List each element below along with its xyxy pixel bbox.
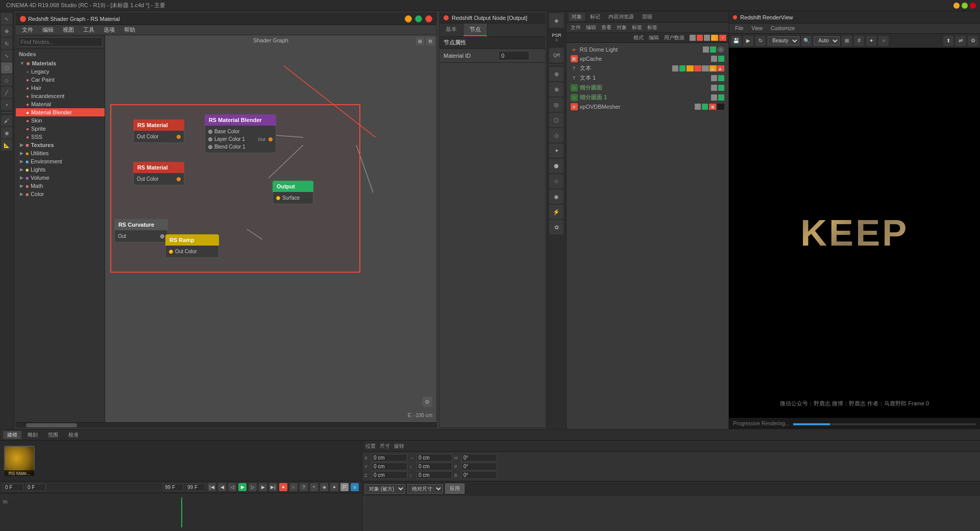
rs-auto-select[interactable]: Auto <box>814 36 840 45</box>
mode-icon-3[interactable] <box>704 35 710 41</box>
play-next-btn[interactable]: ▶ <box>259 483 267 491</box>
node-rs-material-2[interactable]: RS Material Out Color <box>133 162 184 185</box>
xify-vis[interactable] <box>711 85 717 91</box>
tree-material[interactable]: ● Material <box>16 100 105 108</box>
rs-circle-btn[interactable]: ○ <box>878 36 889 46</box>
visibility-btn[interactable] <box>703 46 709 53</box>
node-rs-ramp[interactable]: RS Ramp Out Color <box>165 234 219 258</box>
tool-qr[interactable]: QR <box>549 48 564 62</box>
scene-xp-cache[interactable]: ▣ xpCache <box>569 54 727 63</box>
shader-graph-canvas[interactable]: Shader Graph ⊞ ⚙ <box>105 35 436 422</box>
mode-模式[interactable]: 模式 <box>631 34 646 42</box>
play-start-btn[interactable]: |◀ <box>208 483 216 491</box>
port-blend1-in[interactable] <box>208 145 212 149</box>
rs-play-btn[interactable]: ▶ <box>743 36 753 46</box>
wenben-render[interactable] <box>679 65 685 71</box>
port-out-1[interactable] <box>177 135 181 139</box>
xify1-vis[interactable] <box>711 94 717 101</box>
toolbar-point[interactable]: • <box>1 99 12 110</box>
port-base-in[interactable] <box>208 130 212 134</box>
xpovdb-tag2[interactable] <box>717 104 724 110</box>
toolbar-rotate[interactable]: ↻ <box>1 38 12 49</box>
h-rot-input[interactable] <box>461 454 497 462</box>
xpovdb-render[interactable] <box>702 104 708 110</box>
extra-btn-6[interactable]: P <box>340 483 349 491</box>
extra-btn-3[interactable]: + <box>310 483 318 491</box>
shader-close[interactable] <box>425 15 432 22</box>
rs-render-canvas[interactable]: KEEP 微信公众号：野鹿志 微博：野鹿志 作者：马鹿野郎 Frame 0 <box>729 48 980 418</box>
record-btn[interactable]: ● <box>279 483 287 491</box>
x-pos-input[interactable] <box>372 454 407 462</box>
subtab-标签2[interactable]: 标签 <box>645 23 659 32</box>
subtab-编辑[interactable]: 编辑 <box>584 23 598 32</box>
z-size-input[interactable] <box>416 471 452 479</box>
tab-对象[interactable]: 对象 <box>569 13 585 21</box>
play-prev-btn[interactable]: ◀ <box>218 483 226 491</box>
subtab-查看[interactable]: 查看 <box>599 23 614 32</box>
port-out-blender[interactable] <box>268 137 273 141</box>
toolbar-edge[interactable]: ╱ <box>1 87 12 98</box>
graph-scrollbar[interactable] <box>16 422 436 427</box>
b-rot-input[interactable] <box>461 471 497 479</box>
xify1-render[interactable] <box>718 94 724 101</box>
play-btn[interactable]: ▶ <box>238 483 247 491</box>
timeline-track-area[interactable]: 95 <box>0 493 362 531</box>
port-layer1-in[interactable] <box>208 137 212 141</box>
rs-save-btn[interactable]: 💾 <box>731 36 741 46</box>
y-size-input[interactable] <box>416 463 452 470</box>
extra-btn-2[interactable]: ? <box>300 483 308 491</box>
menu-help[interactable]: 帮助 <box>120 25 139 35</box>
minimize-btn[interactable] <box>953 3 960 9</box>
graph-settings[interactable]: ⚙ <box>426 37 434 45</box>
node-rs-curvature[interactable]: RS Curvature Out <box>114 219 168 243</box>
port-surface[interactable] <box>276 196 280 200</box>
tab-雕刻[interactable]: 雕刻 <box>23 431 42 439</box>
xp-cache-render[interactable] <box>718 56 724 62</box>
tree-skin[interactable]: ● Skin <box>16 116 105 125</box>
scene-rs-dome-light[interactable]: ◈ RS Dome Light ○ <box>569 45 727 54</box>
end-frame-input[interactable] <box>163 484 183 491</box>
rs-settings-btn[interactable]: ⚙ <box>968 36 978 46</box>
scene-xifenyuanmian-1[interactable]: ○ 细分圆面 1 <box>569 92 727 102</box>
rs-beauty-select[interactable]: Beauty <box>768 36 799 45</box>
menu-tools[interactable]: 工具 <box>79 25 99 35</box>
scrollbar-thumb[interactable] <box>26 423 77 427</box>
current-frame-input[interactable] <box>26 484 46 491</box>
mode-用户数据[interactable]: 用户数据 <box>662 34 687 42</box>
rs-export-btn[interactable]: ⬆ <box>943 36 953 46</box>
toolbar-active[interactable]: ⬡ <box>1 62 12 74</box>
tree-sprite[interactable]: ● Sprite <box>16 125 105 133</box>
scene-wenben[interactable]: T 文本 ▲ ▲ <box>569 63 727 73</box>
mode-icon-err[interactable]: ! <box>719 35 726 41</box>
shader-minimize[interactable] <box>405 15 412 22</box>
port-curvature-out[interactable] <box>160 234 164 238</box>
tool-6[interactable]: ✦ <box>549 143 564 158</box>
apply-btn[interactable]: 应用 <box>445 484 464 494</box>
playback-end-input[interactable] <box>185 484 206 491</box>
tree-color[interactable]: ▶ ■ Color <box>16 190 105 198</box>
tree-lights[interactable]: ▶ ■ Lights <box>16 165 105 174</box>
rs-grid-btn[interactable]: # <box>854 36 864 46</box>
play-end-btn[interactable]: ▶| <box>269 483 277 491</box>
tab-标记[interactable]: 标记 <box>587 13 603 21</box>
tool-4[interactable]: ⬡ <box>549 113 564 127</box>
tree-utilities[interactable]: ▶ ■ Utilities <box>16 149 105 157</box>
tab-校准[interactable]: 校准 <box>64 431 83 439</box>
tool-psr[interactable]: PSR 0 <box>547 29 566 47</box>
x-size-input[interactable] <box>416 454 452 462</box>
tool-11[interactable]: ✿ <box>549 220 564 234</box>
tool-5[interactable]: ◇ <box>549 128 564 142</box>
tab-范围[interactable]: 范围 <box>44 431 62 439</box>
wenben-tag5[interactable]: ▲ <box>717 65 724 71</box>
tree-hair[interactable]: ● Hair <box>16 84 105 92</box>
tab-node[interactable]: 节点 <box>463 23 487 36</box>
render-btn[interactable] <box>710 46 716 53</box>
toolbar-measure[interactable]: 📐 <box>1 139 12 151</box>
wenben-tag3[interactable] <box>702 65 709 71</box>
scene-wenben-1[interactable]: T 文本 1 <box>569 73 727 83</box>
y-pos-input[interactable] <box>372 463 407 470</box>
tab-建模[interactable]: 建模 <box>3 431 21 439</box>
menu-view[interactable]: 视图 <box>59 25 78 35</box>
rs-material-preview[interactable]: RS Mate... <box>4 446 35 476</box>
tool-2[interactable]: ⊗ <box>549 82 564 96</box>
